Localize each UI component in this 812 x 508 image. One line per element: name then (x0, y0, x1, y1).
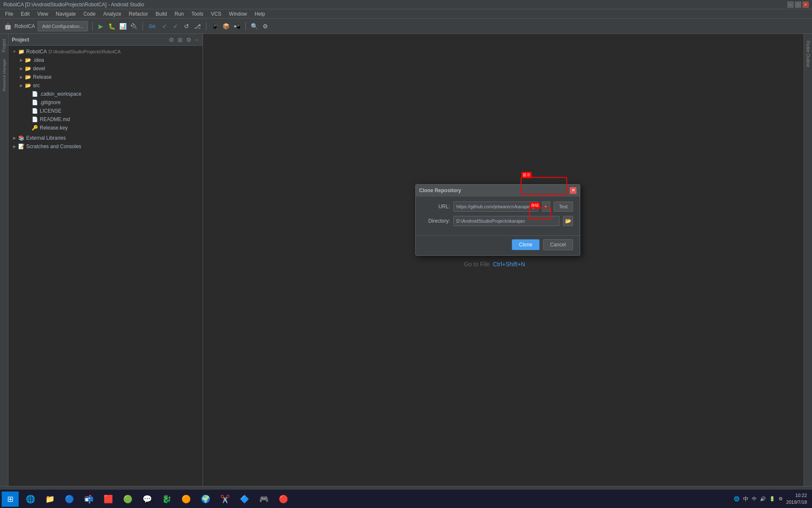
taskbar-app6-icon[interactable]: 🟢 (118, 491, 137, 507)
maximize-button[interactable]: □ (795, 2, 801, 8)
menu-build[interactable]: Build (152, 10, 170, 18)
taskbar-lang-icon: 中 (752, 496, 757, 502)
devel-folder-icon: 📂 (25, 65, 31, 72)
tree-readme-file[interactable]: ▶ 📄 README.md (8, 115, 203, 124)
git-push-icon[interactable]: ✓ (171, 22, 180, 30)
menu-navigate[interactable]: Navigate (52, 10, 79, 18)
flutter-outline-strip[interactable]: Flutter Outline (805, 37, 811, 71)
menu-vcs[interactable]: VCS (208, 10, 225, 18)
taskbar-ie-icon[interactable]: 🌐 (21, 491, 40, 507)
minimize-button[interactable]: − (787, 2, 793, 8)
sdk-manager-icon[interactable]: 📦 (222, 22, 230, 30)
menu-window[interactable]: Window (225, 10, 250, 18)
panel-close-icon[interactable]: − (194, 36, 199, 43)
toolbar-project-name: RobotCA (14, 23, 35, 29)
taskbar-mail-icon[interactable]: 📬 (80, 491, 98, 507)
directory-label: Directory: (422, 218, 450, 224)
menu-refactor[interactable]: Refactor (126, 10, 151, 18)
profile-icon[interactable]: 📊 (119, 22, 127, 30)
clone-dialog: Clone Repository ✕ URL: ▼ Test Directory… (415, 184, 580, 256)
tree-scratches[interactable]: ▶ 📝 Scratches and Consoles (8, 142, 203, 151)
release-arrow: ▶ (19, 75, 24, 80)
root-name: RobotCA (26, 49, 47, 55)
git-history-icon[interactable]: ↺ (182, 22, 191, 30)
taskbar-chrome-icon[interactable]: 🌍 (196, 491, 215, 507)
taskbar-wechat-icon[interactable]: 💬 (138, 491, 156, 507)
panel-settings-icon[interactable]: ⚙ (185, 36, 192, 43)
title-bar-controls: − □ ✕ (787, 2, 809, 8)
panel-layout-icon[interactable]: ⊞ (177, 36, 184, 43)
attach-debugger-icon[interactable]: 🔌 (130, 22, 138, 30)
avd-manager-icon[interactable]: 📲 (233, 22, 241, 30)
panel-gear-icon[interactable]: ⚙ (168, 36, 175, 43)
url-row: URL: ▼ Test (422, 202, 573, 212)
menu-help[interactable]: Help (251, 10, 269, 18)
tree-external-libraries[interactable]: ▶ 📚 External Libraries (8, 134, 203, 142)
taskbar-app11-icon[interactable]: ✂️ (216, 491, 234, 507)
menu-file[interactable]: File (2, 10, 16, 18)
tree-src-folder[interactable]: ▶ 📂 src (8, 81, 203, 90)
taskbar-app8-icon[interactable]: 🐉 (157, 491, 176, 507)
project-strip-label[interactable]: Project (1, 36, 7, 55)
release-folder-icon: 📂 (25, 74, 31, 80)
project-panel: Project ⚙ ⊞ ⚙ − ▼ 📁 RobotCA D:\AndroidSt… (8, 34, 203, 486)
git-branch-icon[interactable]: ⎇ (193, 22, 202, 30)
start-button[interactable]: ⊞ (2, 491, 19, 507)
menu-analyze[interactable]: Analyze (100, 10, 125, 18)
tree-devel-folder[interactable]: ▶ 📂 devel (8, 64, 203, 73)
debug-icon[interactable]: 🐛 (108, 22, 116, 30)
tree-root[interactable]: ▼ 📁 RobotCA D:\AndroidStudioProjects\Rob… (8, 47, 203, 56)
menu-code[interactable]: Code (80, 10, 99, 18)
taskbar-settings-tray-icon: ⚙ (779, 496, 783, 502)
tree-idea-folder[interactable]: ▶ 📂 .idea (8, 56, 203, 64)
taskbar-app12-icon[interactable]: 🔷 (235, 491, 254, 507)
idea-folder-icon: 📂 (25, 57, 31, 64)
tree-gitignore-file[interactable]: ▶ 📄 .gitignore (8, 98, 203, 107)
license-label: LICENSE (40, 108, 61, 114)
browse-button[interactable]: 📂 (563, 216, 573, 226)
menu-tools[interactable]: Tools (188, 10, 207, 18)
taskbar-app3-icon[interactable]: 🔵 (60, 491, 79, 507)
clone-button[interactable]: Clone (512, 239, 539, 250)
search-icon[interactable]: 🔍 (250, 22, 258, 30)
resource-manager-strip-label[interactable]: Resource Manager (1, 55, 7, 95)
readme-file-icon: 📄 (31, 116, 38, 123)
cancel-button[interactable]: Cancel (543, 239, 573, 250)
url-input[interactable] (453, 202, 538, 212)
catkin-file-icon: 📄 (31, 91, 38, 97)
test-button[interactable]: Test (554, 202, 573, 212)
devel-arrow: ▶ (19, 66, 24, 71)
title-bar: RobotCA [D:\AndroidStudioProjects\RobotC… (0, 0, 812, 9)
dialog-body: URL: ▼ Test Directory: 📂 (416, 196, 580, 235)
idea-arrow: ▶ (19, 58, 24, 63)
settings-icon[interactable]: ⚙ (261, 22, 269, 30)
directory-input[interactable] (453, 216, 560, 226)
tree-releasekey-file[interactable]: ▶ 🔑 Release.key (8, 124, 203, 132)
git-update-icon[interactable]: ✓ (160, 22, 169, 30)
add-configuration-button[interactable]: Add Configuration... (38, 21, 88, 31)
toolbar-separator-4 (245, 22, 246, 30)
taskbar-app13-icon[interactable]: 🎮 (255, 491, 273, 507)
tree-license-file[interactable]: ▶ 📄 LICENSE (8, 107, 203, 115)
clock-date: 2019/7/18 (786, 499, 807, 505)
taskbar-explorer-icon[interactable]: 📁 (41, 491, 59, 507)
project-panel-title: Project (12, 37, 29, 43)
tree-catkin-file[interactable]: ▶ 📄 .catkin_workspace (8, 90, 203, 98)
taskbar-app14-icon[interactable]: 🔴 (274, 491, 293, 507)
menu-view[interactable]: View (34, 10, 52, 18)
readme-label: README.md (40, 116, 70, 122)
releasekey-file-icon: 🔑 (31, 124, 38, 131)
taskbar-app5-icon[interactable]: 🟥 (99, 491, 118, 507)
release-label: Release (33, 74, 52, 80)
toolbar: 🤖 RobotCA Add Configuration... ▶ 🐛 📊 🔌 G… (0, 19, 812, 34)
annotation-label-1: 提示 (521, 172, 532, 178)
tree-release-folder[interactable]: ▶ 📂 Release (8, 73, 203, 81)
menu-run[interactable]: Run (171, 10, 187, 18)
dialog-close-button[interactable]: ✕ (570, 187, 576, 194)
url-dropdown-button[interactable]: ▼ (542, 202, 550, 212)
menu-edit[interactable]: Edit (17, 10, 33, 18)
device-manager-icon[interactable]: 📱 (211, 22, 219, 30)
run-icon[interactable]: ▶ (97, 22, 105, 30)
taskbar-app9-icon[interactable]: 🟠 (177, 491, 195, 507)
close-button[interactable]: ✕ (803, 2, 809, 8)
